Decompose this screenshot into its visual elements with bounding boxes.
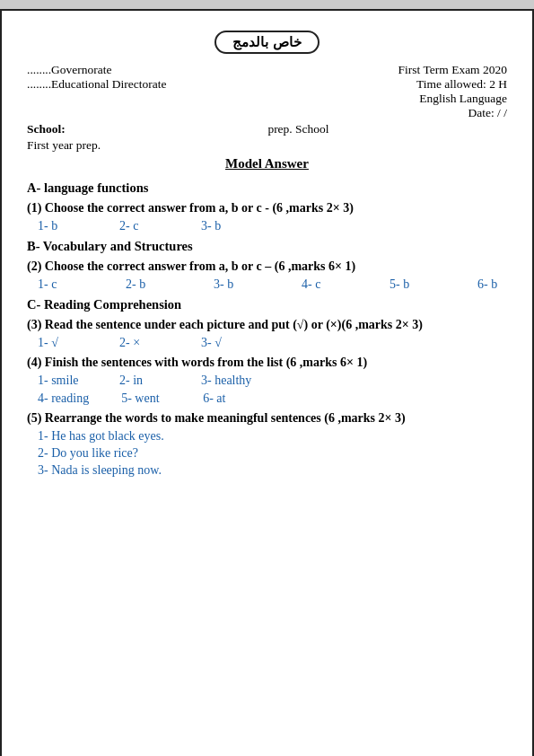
governorate-line: ........Governorate xyxy=(27,63,267,77)
q3-text: (3) Read the sentence under each picture… xyxy=(27,318,507,332)
top-info-left: ........Governorate ........Educational … xyxy=(27,63,267,120)
first-year-row: First year prep. xyxy=(27,138,507,153)
model-answer-title: Model Answer xyxy=(27,156,507,171)
section-c-title: C- Reading Comprehension xyxy=(27,297,507,312)
q2-answer-3: 3- b xyxy=(214,277,276,292)
section-a-title: A- language functions xyxy=(27,180,507,196)
section-b-title: B- Vocabulary and Structures xyxy=(27,239,507,254)
q1-answer-3: 3- b xyxy=(201,219,250,233)
english-language-line: English Language xyxy=(267,92,508,106)
exam-page: خاص بالدمج ........Governorate ........E… xyxy=(0,9,534,756)
q2-answer-6: 6- b xyxy=(477,277,534,292)
q3-answers: 1- √ 2- × 3- √ xyxy=(27,336,507,350)
q2-answer-4: 4- c xyxy=(302,277,364,292)
q5-answer-3: 3- Nada is sleeping now. xyxy=(38,463,507,478)
q5-answers: 1- He has got black eyes. 2- Do you like… xyxy=(27,429,507,478)
q4-answer-4: 4- reading xyxy=(38,391,89,406)
q2-text: (2) Choose the correct answer from a, b … xyxy=(27,259,507,274)
school-mid: prep. School xyxy=(90,122,507,136)
q5-answer-2: 2- Do you like rice? xyxy=(38,446,507,461)
q4-answer-3: 3- healthy xyxy=(201,374,251,388)
q5-answer-1: 1- He has got black eyes. xyxy=(38,429,507,444)
arabic-box-label: خاص بالدمج xyxy=(214,31,319,54)
date-line: Date: / / xyxy=(267,106,508,120)
q2-answer-1: 1- c xyxy=(38,277,101,292)
q3-answer-1: 1- √ xyxy=(38,336,87,350)
school-label: School: xyxy=(27,122,90,136)
top-info-row: ........Governorate ........Educational … xyxy=(27,63,507,120)
q4-answers-row2: 4- reading 5- went 6- at xyxy=(27,391,507,406)
q3-answer-2: 2- × xyxy=(119,336,169,350)
q1-text: (1) Choose the correct answer from a, b … xyxy=(27,201,507,215)
time-allowed-line: Time allowed: 2 H xyxy=(267,77,508,92)
q1-answers: 1- b 2- c 3- b xyxy=(27,219,507,233)
arabic-header-section: خاص بالدمج xyxy=(27,31,507,54)
q4-answer-5: 5- went xyxy=(121,391,171,406)
q4-answer-2: 2- in xyxy=(119,374,169,388)
directorate-line: ........Educational Directorate xyxy=(27,77,267,92)
q4-answer-1: 1- smile xyxy=(38,374,87,388)
term-exam-line: First Term Exam 2020 xyxy=(267,63,508,77)
q3-answer-3: 3- √ xyxy=(201,336,250,350)
q4-answers-row1: 1- smile 2- in 3- healthy xyxy=(27,374,507,388)
q1-answer-1: 1- b xyxy=(38,219,87,233)
school-row: School: prep. School xyxy=(27,122,507,136)
q2-answer-2: 2- b xyxy=(126,277,188,292)
q2-answer-5: 5- b xyxy=(390,277,452,292)
q5-text: (5) Rearrange the words to make meaningf… xyxy=(27,411,507,426)
q4-text: (4) Finish the sentences with words from… xyxy=(27,356,507,370)
q4-answer-6: 6- at xyxy=(203,391,252,406)
top-info-right: First Term Exam 2020 Time allowed: 2 H E… xyxy=(267,63,508,120)
q1-answer-2: 2- c xyxy=(119,219,169,233)
q2-answers: 1- c 2- b 3- b 4- c 5- b 6- b xyxy=(27,277,507,292)
